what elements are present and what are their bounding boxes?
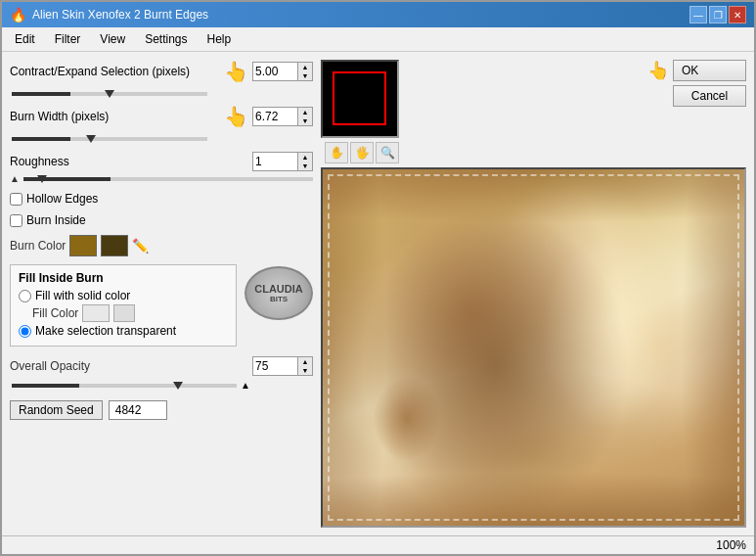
burn-width-slider[interactable] [12,137,207,141]
ok-cancel-area: 👆 OK Cancel [647,60,746,107]
contract-expand-input-group: ▲ ▼ [252,62,313,81]
menu-bar: Edit Filter View Settings Help [2,27,754,52]
roughness-spinners: ▲ ▼ [297,153,312,170]
hollow-edges-label: Hollow Edges [26,192,98,206]
cancel-button[interactable]: Cancel [673,85,746,107]
roughness-triangle: ▲ [10,173,20,184]
claudia-text: CLAUDIA [254,283,303,295]
menu-view[interactable]: View [91,29,134,49]
main-preview [321,167,746,528]
menu-filter[interactable]: Filter [46,29,90,49]
preview-canvas [323,169,744,526]
opacity-section: Overall Opacity ▲ ▼ ▲ [10,352,313,393]
burn-color-swatch-2[interactable] [101,235,128,256]
contract-expand-up[interactable]: ▲ [298,63,312,71]
opacity-row: Overall Opacity ▲ ▼ [10,356,313,376]
burnt-edges-effect [323,169,744,526]
fill-color-label: Fill Color [32,306,78,320]
burn-color-label: Burn Color [10,239,66,253]
burn-width-section: Burn Width (pixels) 👆 ▲ ▼ [10,105,313,146]
hollow-edges-checkbox[interactable] [10,193,22,206]
opacity-spinners: ▲ ▼ [297,357,312,375]
ok-button[interactable]: OK [673,60,746,81]
zoom-tool-button[interactable]: 🔍 [376,142,399,163]
fill-color-swatch2[interactable] [113,304,135,322]
burn-inside-row: Burn Inside [10,213,313,227]
make-transparent-radio[interactable] [19,325,31,338]
hollow-edges-row: Hollow Edges [10,192,313,206]
window-title: Alien Skin Xenofex 2 Burnt Edges [32,8,208,22]
menu-settings[interactable]: Settings [136,29,196,49]
close-button[interactable]: ✕ [729,6,746,23]
roughness-input[interactable] [253,154,297,169]
random-seed-input[interactable] [109,400,167,420]
opacity-slider-container: ▲ [10,380,313,393]
burn-color-swatch-1[interactable] [69,235,97,256]
preview-small-area: ✋ 🖐 🔍 [321,60,399,163]
burn-width-hand-icon: 👆 [224,105,248,128]
random-seed-row: Random Seed [10,400,313,420]
right-top-area: ✋ 🖐 🔍 👆 OK Cancel [321,60,746,163]
contract-expand-input[interactable] [253,64,297,79]
roughness-label: Roughness [10,155,252,168]
menu-edit[interactable]: Edit [6,29,44,49]
roughness-slider-row: ▲ [10,173,313,184]
menu-help[interactable]: Help [199,29,241,49]
burn-width-input[interactable] [253,109,297,124]
roughness-up[interactable]: ▲ [298,153,312,162]
burn-width-input-group: ▲ ▼ [252,107,313,126]
fill-solid-radio[interactable] [19,290,31,302]
opacity-triangle: ▲ [241,380,250,391]
roughness-label-row: Roughness ▲ ▼ [10,152,313,171]
claudia-logo: CLAUDIA BITS [245,266,313,320]
burn-width-slider-container [10,130,313,146]
roughness-input-group: ▲ ▼ [252,152,313,171]
burn-width-up[interactable]: ▲ [298,108,312,116]
burn-width-down[interactable]: ▼ [298,116,312,125]
ok-hand-icon: 👆 [647,60,669,81]
pan-tool-button[interactable]: ✋ [325,142,348,163]
move-tool-button[interactable]: 🖐 [350,142,374,163]
contract-expand-slider-container [10,85,313,101]
opacity-up[interactable]: ▲ [298,357,312,366]
fill-inside-title: Fill Inside Burn [19,271,228,285]
contract-expand-section: Contract/Expand Selection (pixels) 👆 ▲ ▼ [10,60,313,101]
contract-expand-hand-icon: 👆 [224,60,248,83]
random-seed-button[interactable]: Random Seed [10,400,103,420]
burn-width-row: Burn Width (pixels) 👆 ▲ ▼ [10,105,313,128]
title-controls: — ❐ ✕ [689,6,746,23]
opacity-input[interactable] [253,358,297,374]
minimize-button[interactable]: — [689,6,707,23]
fill-inside-section: Fill Inside Burn Fill with solid color F… [10,262,237,348]
restore-button[interactable]: ❐ [709,6,727,23]
burn-color-edit-icon[interactable]: ✏️ [132,238,149,254]
fill-color-row: Fill Color [32,304,228,322]
fill-solid-label: Fill with solid color [35,289,130,302]
fill-color-swatch[interactable] [82,304,110,322]
fill-inside-box: Fill Inside Burn Fill with solid color F… [10,264,237,347]
burn-width-label: Burn Width (pixels) [10,110,224,123]
ok-row: 👆 OK [647,60,746,81]
contract-expand-row: Contract/Expand Selection (pixels) 👆 ▲ ▼ [10,60,313,83]
left-panel: Contract/Expand Selection (pixels) 👆 ▲ ▼ [10,60,313,528]
contract-expand-down[interactable]: ▼ [298,71,312,80]
burn-inside-label: Burn Inside [26,213,86,227]
roughness-down[interactable]: ▼ [298,162,312,170]
opacity-down[interactable]: ▼ [298,366,312,375]
burn-width-spinners: ▲ ▼ [297,108,312,125]
make-transparent-row: Make selection transparent [19,324,228,338]
contract-expand-label: Contract/Expand Selection (pixels) [10,65,224,78]
opacity-input-group: ▲ ▼ [252,356,313,376]
contract-expand-slider[interactable] [12,92,207,96]
opacity-slider[interactable] [12,384,237,388]
right-panel: ✋ 🖐 🔍 👆 OK Cancel [321,60,746,528]
status-bar: 100% [2,535,754,554]
contract-expand-spinners: ▲ ▼ [297,63,312,80]
roughness-section: Roughness ▲ ▼ ▲ [10,152,313,184]
roughness-slider[interactable] [23,177,313,181]
title-bar-left: 🔥 Alien Skin Xenofex 2 Burnt Edges [10,7,208,23]
title-bar: 🔥 Alien Skin Xenofex 2 Burnt Edges — ❐ ✕ [2,2,754,27]
burn-inside-checkbox[interactable] [10,214,22,227]
preview-selection [333,71,386,125]
burn-color-row: Burn Color ✏️ [10,235,313,256]
